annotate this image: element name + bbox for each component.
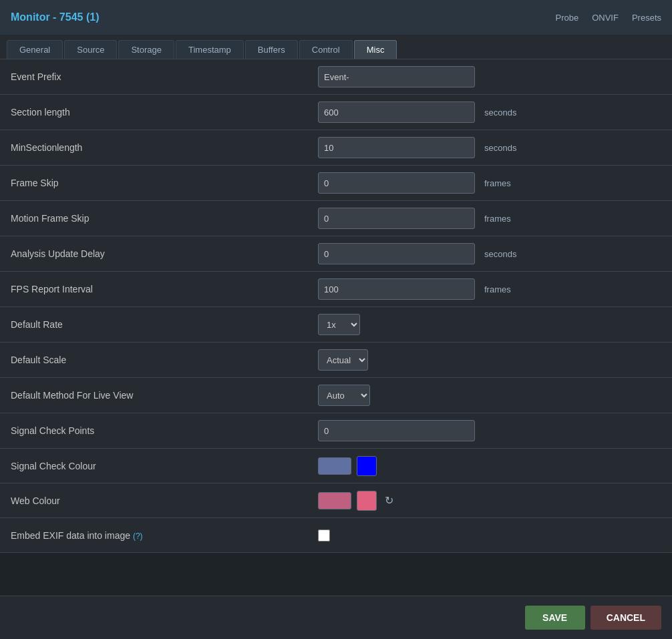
save-button[interactable]: SAVE: [525, 606, 585, 630]
fps-report-interval-unit: frames: [484, 284, 511, 294]
min-section-length-unit: seconds: [484, 143, 516, 153]
embed-exif-control: [318, 529, 661, 542]
fps-report-interval-label: FPS Report Interval: [11, 284, 318, 294]
min-section-length-control: seconds: [318, 137, 661, 158]
event-prefix-control: [318, 66, 661, 87]
motion-frame-skip-control: frames: [318, 208, 661, 229]
fps-report-interval-input[interactable]: [318, 278, 475, 300]
signal-check-points-row: Signal Check Points: [0, 413, 672, 449]
section-length-input[interactable]: [318, 101, 475, 123]
signal-check-colour-label: Signal Check Colour: [11, 461, 318, 471]
frame-skip-control: frames: [318, 172, 661, 194]
fps-report-interval-row: FPS Report Interval frames: [0, 272, 672, 307]
default-scale-label: Default Scale: [11, 355, 318, 365]
presets-link[interactable]: Presets: [632, 13, 661, 23]
event-prefix-row: Event Prefix: [0, 59, 672, 95]
tab-general[interactable]: General: [7, 40, 63, 59]
event-prefix-label: Event Prefix: [11, 71, 318, 82]
cancel-button[interactable]: CANCEL: [591, 606, 661, 630]
analysis-update-delay-label: Analysis Update Delay: [11, 248, 318, 259]
embed-exif-row: Embed EXIF data into image (?): [0, 518, 672, 553]
section-length-unit: seconds: [484, 108, 516, 118]
tab-timestamp[interactable]: Timestamp: [176, 40, 244, 59]
web-colour-row: Web Colour ↻: [0, 483, 672, 518]
frame-skip-row: Frame Skip frames: [0, 166, 672, 201]
default-scale-row: Default Scale Actual 25% 33% 50% 75% 100…: [0, 343, 672, 378]
signal-check-colour-row: Signal Check Colour: [0, 449, 672, 483]
default-method-live-control: Auto jpeg stream: [318, 385, 661, 406]
section-length-control: seconds: [318, 101, 661, 123]
motion-frame-skip-unit: frames: [484, 214, 511, 224]
default-method-live-label: Default Method For Live View: [11, 390, 318, 401]
signal-check-points-label: Signal Check Points: [11, 425, 318, 436]
min-section-length-input[interactable]: [318, 137, 475, 158]
signal-check-colour-control: [318, 456, 661, 476]
tab-control[interactable]: Control: [299, 40, 353, 59]
default-method-live-row: Default Method For Live View Auto jpeg s…: [0, 378, 672, 413]
default-scale-control: Actual 25% 33% 50% 75% 100% 150% 200%: [318, 349, 661, 371]
motion-frame-skip-label: Motion Frame Skip: [11, 213, 318, 224]
header-links: Probe ONVIF Presets: [555, 13, 661, 23]
analysis-update-delay-input[interactable]: [318, 243, 475, 264]
default-rate-select[interactable]: 1x 2x 5x 10x 0.5x: [318, 314, 360, 335]
frame-skip-input[interactable]: [318, 172, 475, 194]
signal-check-colour-preview[interactable]: [318, 457, 351, 475]
frame-skip-label: Frame Skip: [11, 178, 318, 188]
probe-link[interactable]: Probe: [555, 13, 578, 23]
web-colour-refresh-icon[interactable]: ↻: [385, 494, 393, 507]
default-rate-row: Default Rate 1x 2x 5x 10x 0.5x: [0, 307, 672, 343]
analysis-update-delay-row: Analysis Update Delay seconds: [0, 236, 672, 272]
default-method-live-select[interactable]: Auto jpeg stream: [318, 385, 370, 406]
embed-exif-label: Embed EXIF data into image (?): [11, 530, 318, 541]
min-section-length-row: MinSectionlength seconds: [0, 130, 672, 166]
web-colour-control: ↻: [318, 491, 661, 511]
fps-report-interval-control: frames: [318, 278, 661, 300]
signal-check-colour-swatch[interactable]: [357, 456, 377, 476]
min-section-length-label: MinSectionlength: [11, 142, 318, 153]
default-rate-control: 1x 2x 5x 10x 0.5x: [318, 314, 661, 335]
web-colour-preview[interactable]: [318, 492, 351, 509]
header: Monitor - 7545 (1) Probe ONVIF Presets: [0, 0, 672, 35]
web-colour-label: Web Colour: [11, 495, 318, 506]
signal-check-points-control: [318, 420, 661, 441]
tab-buffers[interactable]: Buffers: [245, 40, 298, 59]
tab-misc[interactable]: Misc: [354, 40, 397, 59]
tab-storage[interactable]: Storage: [118, 40, 174, 59]
page-title: Monitor - 7545 (1): [11, 11, 99, 23]
default-scale-select[interactable]: Actual 25% 33% 50% 75% 100% 150% 200%: [318, 349, 368, 371]
section-length-label: Section length: [11, 107, 318, 118]
embed-exif-checkbox[interactable]: [318, 529, 330, 542]
motion-frame-skip-input[interactable]: [318, 208, 475, 229]
tab-source[interactable]: Source: [64, 40, 117, 59]
event-prefix-input[interactable]: [318, 66, 475, 87]
default-rate-label: Default Rate: [11, 319, 318, 330]
tab-bar: General Source Storage Timestamp Buffers…: [0, 35, 672, 59]
web-colour-swatch[interactable]: [357, 491, 377, 511]
section-length-row: Section length seconds: [0, 95, 672, 130]
motion-frame-skip-row: Motion Frame Skip frames: [0, 201, 672, 236]
analysis-update-delay-unit: seconds: [484, 249, 516, 259]
footer: SAVE CANCEL: [0, 596, 672, 639]
embed-exif-help[interactable]: (?): [133, 531, 143, 541]
form-content: Event Prefix Section length seconds MinS…: [0, 59, 672, 553]
frame-skip-unit: frames: [484, 178, 511, 188]
signal-check-points-input[interactable]: [318, 420, 475, 441]
onvif-link[interactable]: ONVIF: [592, 13, 619, 23]
analysis-update-delay-control: seconds: [318, 243, 661, 264]
